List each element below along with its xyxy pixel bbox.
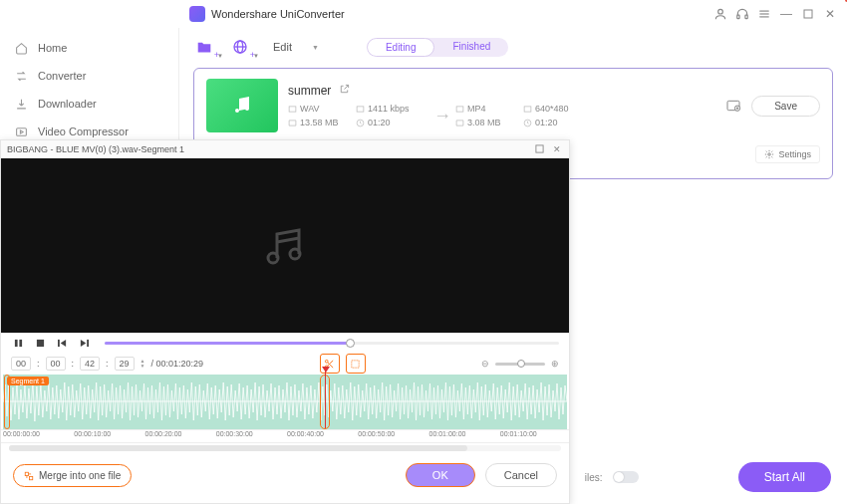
editor-title: BIGBANG - BLUE MV(0) (3).wav-Segment 1 xyxy=(7,144,184,154)
src-format: WAV xyxy=(288,104,346,114)
time-total: / 00:01:20:29 xyxy=(151,359,204,369)
svg-rect-18 xyxy=(289,106,296,111)
save-button[interactable]: Save xyxy=(751,96,820,117)
sidebar-item-converter[interactable]: Converter xyxy=(0,62,178,90)
svg-point-0 xyxy=(718,9,723,14)
cancel-button[interactable]: Cancel xyxy=(485,463,557,487)
time-hours[interactable]: 00 xyxy=(11,357,31,371)
titlebar-left: Wondershare UniConverter xyxy=(189,6,345,22)
time-frames[interactable]: 29 xyxy=(115,357,135,371)
start-all-button[interactable]: Start All xyxy=(738,462,831,492)
add-file-button[interactable]: +▼ xyxy=(193,36,215,58)
file-thumbnail[interactable] xyxy=(206,79,278,132)
svg-rect-7 xyxy=(16,127,26,135)
next-button[interactable] xyxy=(77,336,91,350)
ruler-tick: 00:00:40:00 xyxy=(285,430,356,442)
delete-tool-button[interactable] xyxy=(346,354,366,374)
time-seconds[interactable]: 42 xyxy=(80,357,100,371)
editor-timebar: 00: 00: 42: 29 ▲▼ / 00:01:20:29 ⊖ ⊕ xyxy=(1,353,569,375)
prev-button[interactable] xyxy=(55,336,69,350)
svg-point-33 xyxy=(768,153,771,156)
minimize-icon[interactable]: — xyxy=(779,7,793,21)
src-size: 13.58 MB xyxy=(288,118,346,127)
editor-maximize-icon[interactable] xyxy=(533,143,545,155)
sidebar-item-home[interactable]: Home xyxy=(0,34,178,62)
ruler-tick: 00:00:30:00 xyxy=(214,430,285,442)
dst-size: 3.08 MB xyxy=(455,118,513,127)
account-icon[interactable] xyxy=(713,7,727,21)
maximize-icon[interactable] xyxy=(801,7,815,21)
app-logo xyxy=(189,6,205,22)
close-icon[interactable]: ✕ xyxy=(823,7,837,21)
svg-point-17 xyxy=(245,107,249,111)
editor-playback-controls xyxy=(1,333,569,353)
tab-finished[interactable]: Finished xyxy=(434,38,508,57)
dst-format: MP4 xyxy=(455,104,513,114)
zoom-slider[interactable] xyxy=(495,363,545,366)
ok-button[interactable]: OK xyxy=(406,463,475,487)
settings-button[interactable]: Settings xyxy=(755,145,820,163)
svg-rect-1 xyxy=(737,15,739,19)
segment-start-handle[interactable] xyxy=(4,375,10,429)
zoom-in-icon[interactable]: ⊕ xyxy=(551,359,559,369)
ruler-tick: 00:00:00:00 xyxy=(1,430,72,442)
svg-marker-44 xyxy=(80,339,85,346)
editor-close-icon[interactable]: ✕ xyxy=(551,143,563,155)
svg-line-37 xyxy=(277,238,299,242)
svg-rect-38 xyxy=(14,339,17,346)
svg-point-36 xyxy=(290,249,300,259)
svg-rect-43 xyxy=(87,339,89,346)
svg-marker-42 xyxy=(60,339,65,346)
sidebar-item-downloader[interactable]: Downloader xyxy=(0,90,178,118)
svg-point-16 xyxy=(235,109,239,113)
segment-label: Segment 1 xyxy=(7,377,49,385)
time-minutes[interactable]: 00 xyxy=(46,357,66,371)
app-title: Wondershare UniConverter xyxy=(211,8,345,20)
menu-icon[interactable] xyxy=(757,7,771,21)
edit-dropdown[interactable]: Edit▼ xyxy=(265,38,327,56)
dst-res: 640*480 xyxy=(523,104,591,114)
file-title-row: summer xyxy=(288,84,715,98)
svg-point-45 xyxy=(325,360,328,363)
merge-switch[interactable] xyxy=(613,471,639,483)
headset-icon[interactable] xyxy=(735,7,749,21)
editor-waveform[interactable]: Segment 1 /*placeholder*/ xyxy=(1,375,569,429)
titlebar-right: — ✕ xyxy=(713,7,837,21)
editor-window: BIGBANG - BLUE MV(0) (3).wav-Segment 1 ✕… xyxy=(0,139,570,504)
editor-seek-slider[interactable] xyxy=(105,342,559,345)
sidebar-label: Home xyxy=(38,42,67,54)
svg-point-35 xyxy=(268,253,278,263)
svg-rect-52 xyxy=(25,472,28,475)
output-folder-icon[interactable] xyxy=(725,98,741,114)
waveform-svg: /*placeholder*/ xyxy=(3,375,567,429)
editor-titlebar: BIGBANG - BLUE MV(0) (3).wav-Segment 1 ✕ xyxy=(1,140,569,158)
src-duration: 01:20 xyxy=(356,118,424,127)
playhead-marker[interactable] xyxy=(325,369,326,428)
ruler-tick: 00:01:10:00 xyxy=(498,430,569,442)
svg-rect-19 xyxy=(357,106,364,111)
compress-icon xyxy=(14,125,28,138)
ruler-tick: 00:00:10:00 xyxy=(72,430,142,442)
ruler-tick: 00:00:20:00 xyxy=(143,430,214,442)
tab-editing[interactable]: Editing xyxy=(367,38,435,57)
svg-rect-20 xyxy=(456,106,463,111)
svg-rect-41 xyxy=(58,339,60,346)
svg-rect-53 xyxy=(29,476,32,479)
editor-preview xyxy=(1,158,569,333)
svg-rect-34 xyxy=(535,145,542,152)
merge-button[interactable]: Merge into one file xyxy=(13,464,132,487)
add-url-button[interactable]: +▼ xyxy=(229,36,251,58)
sidebar-label: Video Compressor xyxy=(38,126,129,137)
pause-button[interactable] xyxy=(11,336,25,350)
file-title: summer xyxy=(288,84,331,98)
toolbar: +▼ +▼ Edit▼ Editing Finished xyxy=(193,36,833,58)
time-spinner[interactable]: ▲▼ xyxy=(141,359,145,369)
arrow-icon: → xyxy=(433,106,445,126)
src-bitrate: 1411 kbps xyxy=(356,104,424,114)
tab-toggle: Editing Finished xyxy=(367,38,508,57)
zoom-out-icon[interactable]: ⊖ xyxy=(481,359,489,369)
stop-button[interactable] xyxy=(33,336,47,350)
editor-scrollbar[interactable] xyxy=(9,445,561,451)
open-external-icon[interactable] xyxy=(339,84,350,98)
svg-rect-39 xyxy=(19,339,22,346)
